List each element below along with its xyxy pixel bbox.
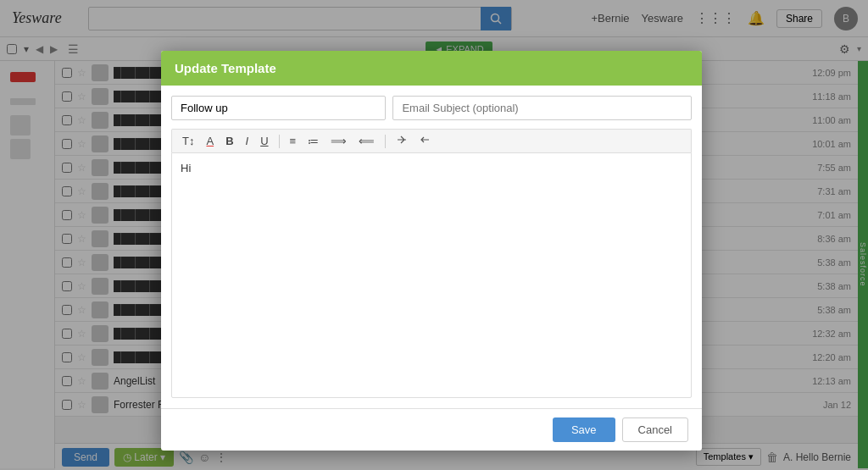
- modal-header: Update Template: [161, 51, 702, 86]
- toolbar-sep-1: [279, 135, 280, 148]
- unlink-btn[interactable]: [416, 133, 435, 149]
- italic-btn[interactable]: I: [242, 133, 253, 149]
- link-btn[interactable]: [392, 133, 411, 149]
- toolbar-sep-2: [385, 135, 386, 148]
- editor-area[interactable]: Hi: [171, 152, 692, 398]
- cancel-button[interactable]: Cancel: [622, 417, 688, 442]
- editor-toolbar: T↕ A B I U ≡ ≔ ⟹ ⟸: [171, 129, 692, 152]
- save-button[interactable]: Save: [553, 417, 615, 442]
- modal-title: Update Template: [175, 61, 276, 75]
- modal-title-row: [171, 96, 692, 120]
- font-size-btn[interactable]: T↕: [179, 133, 198, 149]
- modal-footer: Save Cancel: [161, 408, 702, 451]
- email-subject-input[interactable]: [392, 96, 692, 120]
- modal-body: T↕ A B I U ≡ ≔ ⟹ ⟸ Hi: [161, 86, 702, 408]
- ordered-list-btn[interactable]: ≡: [287, 133, 300, 149]
- update-template-modal: Update Template T↕ A B I U ≡ ≔ ⟹ ⟸: [161, 51, 702, 451]
- underline-btn[interactable]: U: [257, 133, 271, 149]
- template-name-input[interactable]: [171, 96, 386, 120]
- unordered-list-btn[interactable]: ≔: [304, 133, 322, 149]
- font-color-btn[interactable]: A: [203, 133, 217, 149]
- outdent-btn[interactable]: ⟸: [355, 133, 378, 149]
- bold-btn[interactable]: B: [222, 133, 236, 149]
- editor-content: Hi: [181, 162, 191, 174]
- indent-btn[interactable]: ⟹: [327, 133, 350, 149]
